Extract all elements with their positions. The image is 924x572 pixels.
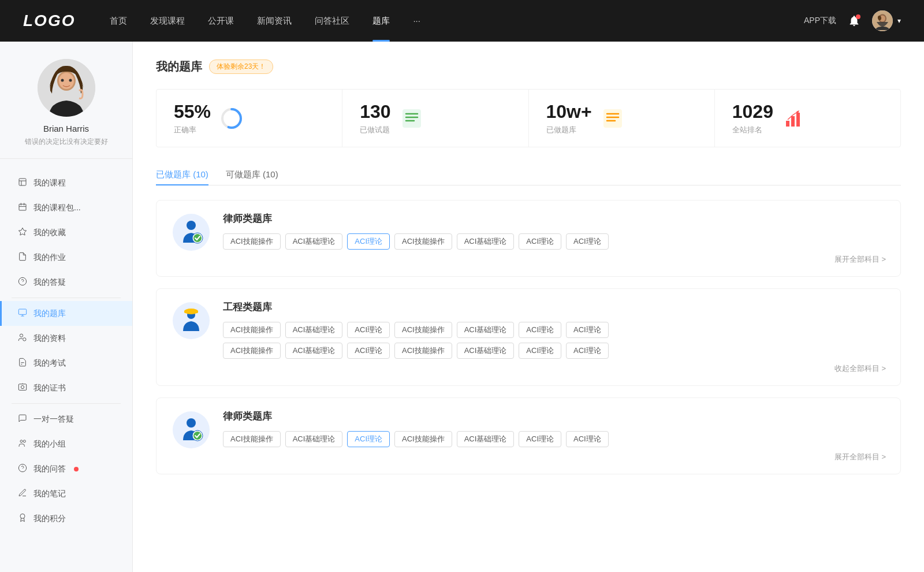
svg-rect-34 xyxy=(403,109,421,128)
nav-qa[interactable]: 问答社区 xyxy=(315,13,349,29)
svg-point-47 xyxy=(187,221,196,230)
l2-tag-6[interactable]: ACI理论 xyxy=(519,431,561,447)
sidebar-item-qbank[interactable]: 我的题库 xyxy=(0,301,132,326)
nav-qbank[interactable]: 题库 xyxy=(372,13,390,29)
nav-opencourse[interactable]: 公开课 xyxy=(208,13,234,29)
sidebar-item-tutor[interactable]: 一对一答疑 xyxy=(0,407,132,432)
sidebar-item-certificate[interactable]: 我的证书 xyxy=(0,376,132,400)
sidebar-label-certificate: 我的证书 xyxy=(33,383,66,393)
sidebar-item-favorites[interactable]: 我的收藏 xyxy=(0,220,132,245)
expand-link-lawyer-1[interactable]: 展开全部科目 > xyxy=(223,254,886,265)
l2-tag-4[interactable]: ACI技能操作 xyxy=(394,431,452,447)
done-banks-icon xyxy=(601,107,624,130)
svg-rect-53 xyxy=(184,310,198,313)
eng-tag-3[interactable]: ACI理论 xyxy=(347,322,390,338)
tab-available[interactable]: 可做题库 (10) xyxy=(226,165,278,185)
tag-7[interactable]: ACI理论 xyxy=(566,233,609,250)
package-icon xyxy=(17,202,28,213)
stat-ranking-text: 1029 全站排名 xyxy=(732,101,773,135)
qbank-card-lawyer-1: 律师类题库 ACI技能操作 ACI基础理论 ACI理论 ACI技能操作 ACI基… xyxy=(156,200,901,277)
eng-tag-r2-3[interactable]: ACI理论 xyxy=(347,343,390,359)
sidebar-label-qa: 我的问答 xyxy=(33,464,66,474)
stat-banks-value: 10w+ xyxy=(546,101,592,122)
sidebar-item-course[interactable]: 我的课程 xyxy=(0,170,132,195)
stat-accuracy-text: 55% 正确率 xyxy=(174,101,211,135)
svg-rect-24 xyxy=(18,384,26,391)
tag-2[interactable]: ACI基础理论 xyxy=(285,233,343,250)
eng-tag-r2-5[interactable]: ACI基础理论 xyxy=(457,343,515,359)
qbank-body-engineer: 工程类题库 ACI技能操作 ACI基础理论 ACI理论 ACI技能操作 ACI基… xyxy=(223,300,886,374)
profile-motto: 错误的决定比没有决定要好 xyxy=(25,137,108,147)
eng-tag-7[interactable]: ACI理论 xyxy=(566,322,609,338)
tag-6[interactable]: ACI理论 xyxy=(519,233,561,250)
qbank-body-lawyer-1: 律师类题库 ACI技能操作 ACI基础理论 ACI理论 ACI技能操作 ACI基… xyxy=(223,212,886,265)
sidebar-label-qbank: 我的题库 xyxy=(33,309,66,319)
eng-tag-r2-2[interactable]: ACI基础理论 xyxy=(285,343,343,359)
nav-discover[interactable]: 发现课程 xyxy=(150,13,185,29)
l2-tag-3[interactable]: ACI理论 xyxy=(347,431,390,447)
logo[interactable]: LOGO xyxy=(23,12,75,30)
tag-5[interactable]: ACI基础理论 xyxy=(457,233,515,250)
svg-rect-9 xyxy=(19,179,26,185)
sidebar-label-favorites: 我的收藏 xyxy=(33,228,66,238)
qa-dot xyxy=(74,467,79,471)
material-icon xyxy=(17,333,28,344)
stats-row: 55% 正确率 130 已做试题 xyxy=(156,89,901,147)
l2-tag-5[interactable]: ACI基础理论 xyxy=(457,431,515,447)
avatar xyxy=(872,10,893,31)
sidebar-item-homework[interactable]: 我的作业 xyxy=(0,245,132,270)
lawyer-icon-2 xyxy=(171,410,211,450)
expand-link-lawyer-2[interactable]: 展开全部科目 > xyxy=(223,452,886,462)
qbank-card-lawyer-2: 律师类题库 ACI技能操作 ACI基础理论 ACI理论 ACI技能操作 ACI基… xyxy=(156,398,901,474)
svg-point-31 xyxy=(20,514,25,518)
sidebar-item-questions[interactable]: 我的答疑 xyxy=(0,270,132,295)
sidebar-item-package[interactable]: 我的课程包... xyxy=(0,195,132,220)
eng-tag-6[interactable]: ACI理论 xyxy=(519,322,561,338)
stat-done-banks: 10w+ 已做题库 xyxy=(529,90,715,147)
svg-point-46 xyxy=(173,214,210,251)
tag-3[interactable]: ACI理论 xyxy=(347,233,390,250)
stat-banks-label: 已做题库 xyxy=(546,125,592,135)
eng-tag-r2-4[interactable]: ACI技能操作 xyxy=(394,343,452,359)
svg-rect-42 xyxy=(786,121,789,127)
user-avatar-container[interactable]: ▾ xyxy=(872,10,901,31)
qbank-body-lawyer-2: 律师类题库 ACI技能操作 ACI基础理论 ACI理论 ACI技能操作 ACI基… xyxy=(223,410,886,462)
eng-tag-r2-1[interactable]: ACI技能操作 xyxy=(223,343,281,359)
l2-tag-1[interactable]: ACI技能操作 xyxy=(223,431,281,447)
sidebar-item-group[interactable]: 我的小组 xyxy=(0,432,132,456)
svg-point-29 xyxy=(18,464,26,471)
eng-tag-r2-6[interactable]: ACI理论 xyxy=(519,343,561,359)
nav-home[interactable]: 首页 xyxy=(110,13,127,29)
l2-tag-2[interactable]: ACI基础理论 xyxy=(285,431,343,447)
svg-point-50 xyxy=(173,302,210,339)
eng-tag-5[interactable]: ACI基础理论 xyxy=(457,322,515,338)
sidebar-item-qa[interactable]: 我的问答 xyxy=(0,456,132,481)
sidebar-item-exam[interactable]: 我的考试 xyxy=(0,351,132,376)
eng-tag-r2-7[interactable]: ACI理论 xyxy=(566,343,609,359)
svg-point-15 xyxy=(18,277,26,285)
sidebar-item-points[interactable]: 我的积分 xyxy=(0,506,132,531)
nav-news[interactable]: 新闻资讯 xyxy=(257,13,292,29)
sidebar-item-notes[interactable]: 我的笔记 xyxy=(0,481,132,506)
sidebar-item-material[interactable]: 我的资料 xyxy=(0,326,132,351)
eng-tag-4[interactable]: ACI技能操作 xyxy=(394,322,452,338)
app-download[interactable]: APP下载 xyxy=(804,16,836,26)
tab-done[interactable]: 已做题库 (10) xyxy=(156,165,208,185)
stat-done-text: 130 已做试题 xyxy=(360,101,390,135)
nav-more[interactable]: ··· xyxy=(413,13,420,29)
stat-accuracy-label: 正确率 xyxy=(174,125,211,135)
divider-1 xyxy=(12,298,121,298)
sidebar-label-tutor: 一对一答疑 xyxy=(33,414,74,425)
tag-4[interactable]: ACI技能操作 xyxy=(394,233,452,250)
notification-bell[interactable] xyxy=(848,14,860,27)
svg-point-25 xyxy=(21,385,24,388)
collapse-link-engineer[interactable]: 收起全部科目 > xyxy=(223,363,886,374)
l2-tag-7[interactable]: ACI理论 xyxy=(566,431,609,447)
eng-tag-2[interactable]: ACI基础理论 xyxy=(285,322,343,338)
eng-tag-1[interactable]: ACI技能操作 xyxy=(223,322,281,338)
qbank-title-engineer: 工程类题库 xyxy=(223,300,886,314)
tag-1[interactable]: ACI技能操作 xyxy=(223,233,281,250)
points-icon xyxy=(17,513,28,524)
qbank-title-lawyer-1: 律师类题库 xyxy=(223,212,886,225)
svg-marker-14 xyxy=(18,228,26,235)
